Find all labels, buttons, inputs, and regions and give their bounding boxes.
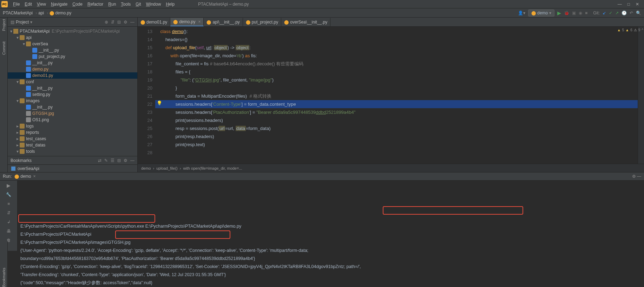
tree-node[interactable]: __init__.py (8, 47, 137, 53)
run-button[interactable]: ▶ (557, 10, 561, 16)
tree-node[interactable]: ▾conf (8, 79, 137, 85)
project-tool-button[interactable]: Project (2, 19, 6, 31)
debug-button[interactable]: 🐞 (564, 11, 569, 15)
git-rollback-icon[interactable]: ↶ (630, 11, 633, 15)
tree-node[interactable]: ▾overSea (8, 41, 137, 47)
menu-file[interactable]: File (11, 2, 22, 7)
coverage-button[interactable]: ▣ (572, 11, 576, 15)
user-icon[interactable]: 👤▾ (518, 11, 525, 15)
profile-button[interactable]: ◉ (579, 11, 582, 15)
run-settings-icon[interactable]: ⚙ — (632, 174, 641, 179)
editor-breadcrumb[interactable]: demo› upload_file()› with open(file=imag… (138, 164, 644, 172)
tree-root[interactable]: ▾PTACMarketApiE:\PycharmProjects\PTACMar… (8, 28, 137, 34)
menu-window[interactable]: Window (144, 2, 164, 7)
bookmarks-tool-button[interactable]: Bookmarks (2, 266, 6, 287)
window-controls: — □ ✕ (618, 2, 643, 7)
menu-navigate[interactable]: Navigate (48, 2, 70, 7)
bookmarks-header[interactable]: Bookmarks ⇄ ✎ ☰ ⊟ ⚙ — (8, 156, 137, 164)
git-label: Git: (593, 11, 600, 15)
menu-help[interactable]: Help (163, 2, 177, 7)
git-update-icon[interactable]: ↙ (603, 11, 606, 15)
select-opened-icon[interactable]: ⊕ (105, 20, 108, 25)
stop-button[interactable]: ■ (6, 201, 12, 207)
inspection-strip[interactable]: ▲5 ▲6 ⚠9 ^ (638, 27, 644, 164)
run-config-selector[interactable]: ⬤ demo ▾ (528, 9, 554, 17)
breadcrumb-file[interactable]: demo.py (55, 11, 71, 15)
tree-node[interactable]: __init__.py (8, 104, 137, 110)
edit-icon[interactable]: ✎ (104, 158, 108, 163)
git-commit-icon[interactable]: ✓ (609, 11, 612, 15)
breadcrumb-root[interactable]: PTACMarketApi (3, 11, 33, 15)
hide-icon[interactable]: — (130, 20, 134, 25)
git-history-icon[interactable]: 🕐 (622, 11, 627, 15)
breadcrumb-folder[interactable]: api (38, 11, 44, 15)
menu-edit[interactable]: Edit (22, 2, 34, 7)
bookmark-item[interactable]: overSeaApi (8, 164, 137, 172)
tree-node[interactable]: ▸test_datas (8, 142, 137, 148)
expand-all-icon[interactable]: ⇵ (111, 20, 114, 25)
collapse-all-icon[interactable]: ⊟ (117, 20, 121, 25)
console-output[interactable]: E:\PycharmProjects\CarRentalrManApi\venv… (18, 181, 644, 251)
toggle-icon[interactable]: ⇄ (98, 158, 101, 163)
editor-tab[interactable]: ⬤demo.py× (170, 18, 204, 26)
git-push-icon[interactable]: ↗ (615, 11, 619, 15)
settings-icon[interactable]: ⚙ (124, 20, 127, 25)
bookmark-icon (11, 167, 15, 171)
close-tab-icon[interactable]: × (33, 174, 35, 179)
console-line: E:\PycharmProjects\PTACMarketApi\images\… (20, 239, 641, 247)
tree-node[interactable]: ▸test_cases (8, 136, 137, 142)
tree-node[interactable]: setting.py (8, 91, 137, 98)
python-file-icon: ⬤ (50, 11, 54, 15)
line-gutter: 13141516171819202122232425262728 (138, 27, 155, 164)
tree-node[interactable]: __init__.py (8, 60, 137, 66)
tree-node[interactable]: ▸reports (8, 129, 137, 136)
stop-button[interactable]: ■ (585, 11, 587, 15)
project-view-label[interactable]: ▤ Project ▾ (11, 20, 105, 25)
minimize-icon[interactable]: — (618, 2, 622, 7)
sort-icon[interactable]: ⊟ (117, 158, 121, 163)
python-icon: ⬤ (14, 174, 19, 179)
warn-count-a: 5 (622, 28, 624, 32)
tree-node[interactable]: OS1.png (8, 117, 137, 123)
editor-tab[interactable]: ⬤overSea\__init__.py (281, 18, 330, 26)
editor-tab[interactable]: ⬤demo01.py (138, 18, 170, 26)
layout-button[interactable]: ⇵ (6, 210, 12, 216)
commit-tool-button[interactable]: Commit (2, 41, 6, 55)
warn-count-b: 6 (630, 28, 632, 32)
menu-code[interactable]: Code (70, 2, 85, 7)
intention-bulb-icon[interactable]: 💡 (157, 100, 162, 106)
tree-node[interactable]: demo01.py (8, 72, 137, 79)
print-button[interactable]: 🖶 (6, 228, 12, 234)
filter-icon[interactable]: ☰ (111, 158, 114, 163)
gear-icon[interactable]: ⚙ (124, 158, 127, 163)
tree-node[interactable]: GTGSH.jpg (8, 110, 137, 117)
soft-wrap-button[interactable]: ↲ (6, 219, 12, 225)
close-icon[interactable]: ✕ (636, 2, 639, 7)
menu-view[interactable]: View (34, 2, 48, 7)
tree-node[interactable]: ▾tools (8, 148, 137, 155)
console-line: {'Content-Encoding': 'gzip', 'Connection… (20, 263, 641, 271)
menu-run[interactable]: Run (106, 2, 118, 7)
menu-tools[interactable]: Tools (118, 2, 133, 7)
minimize-icon[interactable]: — (130, 158, 134, 163)
menu-refactor[interactable]: Refactor (85, 2, 106, 7)
tree-node[interactable]: ▸logs (8, 123, 137, 129)
console-line: E:\PycharmProjects\CarRentalrManApi\venv… (20, 222, 641, 230)
tree-node[interactable]: put_project.py (8, 53, 137, 60)
tree-node[interactable]: demo.py (8, 66, 137, 72)
editor-tab[interactable]: ⬤put_project.py (243, 18, 281, 26)
tree-node[interactable]: ▾images (8, 98, 137, 104)
rerun-button[interactable]: ▶ (6, 183, 12, 188)
search-icon[interactable]: 🔍 (636, 11, 641, 15)
menu-git[interactable]: Git (133, 2, 143, 7)
editor-tab[interactable]: ⬤api\__init__.py (204, 18, 243, 26)
run-settings-button[interactable]: 🔧 (6, 192, 12, 197)
close-tab-icon[interactable]: × (198, 19, 201, 24)
maximize-icon[interactable]: □ (627, 2, 630, 7)
project-tree[interactable]: ▾PTACMarketApiE:\PycharmProjects\PTACMar… (8, 27, 137, 156)
tree-node[interactable]: ▾api (8, 34, 137, 41)
tree-node[interactable]: __init__.py (8, 85, 137, 91)
code-editor[interactable]: 13141516171819202122232425262728 class d… (138, 27, 644, 164)
run-tool-header[interactable]: Run: ⬤ demo × ⚙ — (0, 172, 644, 181)
warn-count-c: 9 (638, 28, 640, 32)
